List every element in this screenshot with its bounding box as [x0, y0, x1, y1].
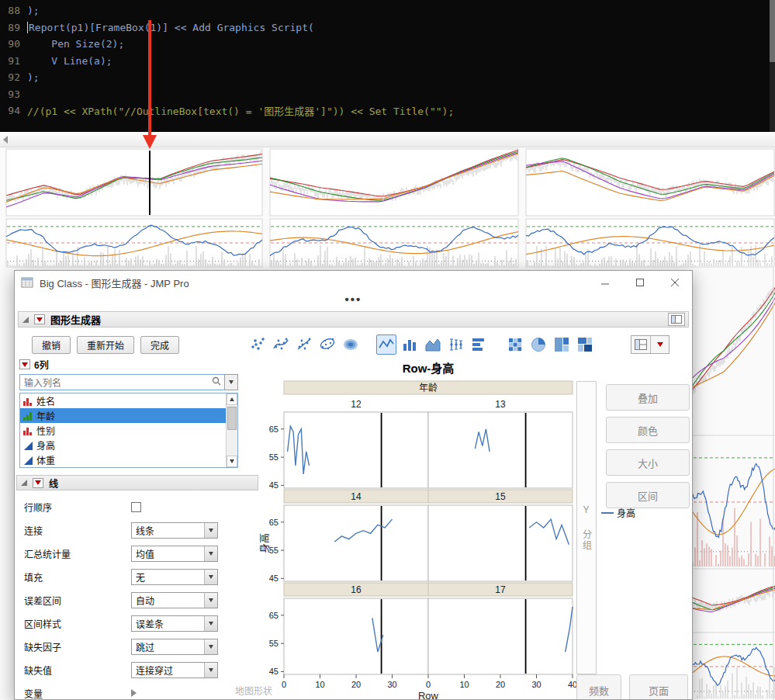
code-text[interactable]: //(p1 << XPath("//OutlineBox[text() = '图…: [27, 103, 454, 118]
property-label: 填充: [24, 570, 131, 584]
chart-type-area-icon[interactable]: [423, 334, 443, 355]
code-text[interactable]: Pen Size(2);: [27, 38, 124, 50]
chevron-down-icon[interactable]: [204, 523, 217, 538]
columns-red-triangle-menu-icon[interactable]: [19, 359, 30, 369]
property-select[interactable]: 跳过: [131, 639, 218, 655]
property-select[interactable]: 误差条: [131, 615, 218, 632]
code-line[interactable]: 94//(p1 << XPath("//OutlineBox[text() = …: [0, 102, 775, 120]
chart-type-treemap-icon[interactable]: [552, 334, 572, 355]
column-item[interactable]: 体重: [20, 452, 237, 467]
chart-type-heatmap-icon[interactable]: [505, 334, 525, 355]
chart-type-pie-icon[interactable]: [528, 334, 548, 355]
column-item[interactable]: 身高: [20, 438, 237, 452]
chart-type-mosaic-icon[interactable]: [575, 334, 595, 355]
code-line[interactable]: 88);: [0, 2, 775, 19]
red-triangle-menu-icon[interactable]: [34, 314, 45, 324]
list-scrollbar-thumb[interactable]: [227, 407, 237, 430]
chart-type-line-icon[interactable]: [376, 334, 396, 355]
chevron-down-icon[interactable]: [204, 639, 217, 654]
chart-type-bar-h-icon[interactable]: [469, 334, 490, 355]
list-scrollbar[interactable]: [226, 393, 237, 467]
chevron-down-icon[interactable]: [204, 663, 217, 677]
property-select[interactable]: 线条: [131, 522, 218, 539]
column-item[interactable]: 姓名: [20, 393, 237, 408]
code-line[interactable]: 92);: [0, 69, 775, 86]
search-options-dropdown[interactable]: [225, 374, 238, 390]
chart-type-contour-icon[interactable]: [341, 334, 361, 355]
chevron-down-icon[interactable]: [204, 616, 217, 631]
property-label: 区间样式: [24, 617, 131, 630]
code-line[interactable]: 91 V Line(a);: [0, 53, 775, 70]
chart-type-smoother-icon[interactable]: [271, 334, 291, 355]
property-row: 连接线条: [24, 518, 258, 542]
property-select[interactable]: 连接穿过: [131, 662, 218, 678]
svg-text:12: 12: [351, 399, 362, 410]
property-select[interactable]: 无: [131, 569, 218, 585]
window-titlebar[interactable]: Big Class - 图形生成器 - JMP Pro: [15, 271, 692, 294]
action-button[interactable]: 重新开始: [77, 336, 134, 354]
select-value: 线条: [132, 524, 204, 537]
drop-zone-button[interactable]: 叠加: [606, 384, 690, 411]
red-triangle-dropdown-icon[interactable]: [650, 336, 669, 353]
continuous-column-icon: [22, 440, 33, 451]
code-text[interactable]: );: [27, 5, 40, 16]
code-line[interactable]: 89Report(p1)[FrameBox(1)] << Add Graphic…: [0, 19, 775, 36]
svg-text:14: 14: [351, 491, 362, 502]
collapse-icon[interactable]: [22, 316, 29, 324]
editor-scrollbar[interactable]: [770, 0, 775, 132]
scrollbar-thumb[interactable]: [770, 0, 775, 62]
chart-type-bar-icon[interactable]: [400, 334, 420, 355]
chart-type-fit-line-icon[interactable]: [294, 334, 314, 355]
script-editor[interactable]: 88);89Report(p1)[FrameBox(1)] << Add Gra…: [0, 0, 775, 132]
graph-builder-chart[interactable]: 年龄12131415161765554565554565554501020300…: [260, 379, 578, 700]
scroll-left-icon[interactable]: [3, 136, 8, 144]
code-text[interactable]: Report(p1)[FrameBox(1)] << Add Graphics …: [29, 22, 314, 33]
splitter-grip[interactable]: •••: [15, 295, 692, 304]
code-text[interactable]: );: [27, 71, 40, 83]
code-line[interactable]: 93: [0, 86, 775, 103]
code-lines[interactable]: 88);89Report(p1)[FrameBox(1)] << Add Gra…: [0, 2, 775, 120]
column-search-input[interactable]: 输入列名: [19, 374, 225, 390]
svg-text:0: 0: [426, 680, 431, 689]
line-red-triangle-menu-icon[interactable]: [33, 478, 43, 488]
property-select[interactable]: 均值: [131, 546, 218, 562]
chart-type-scatter-icon[interactable]: [247, 334, 268, 355]
line-collapse-icon[interactable]: [20, 479, 28, 487]
chart-type-points-interval-icon[interactable]: [446, 334, 466, 355]
code-text[interactable]: V Line(a);: [27, 55, 112, 67]
chevron-down-icon[interactable]: [204, 570, 217, 584]
chart-title: Row-身高: [284, 359, 573, 376]
chart-type-ellipse-icon[interactable]: [317, 334, 337, 355]
window-layout-icon[interactable]: [631, 336, 650, 353]
property-row: 缺失因子跳过: [24, 635, 258, 658]
code-line[interactable]: 90 Pen Size(2);: [0, 36, 775, 53]
report-layout-icon[interactable]: [668, 313, 685, 326]
bottom-zone-button[interactable]: 频数: [576, 674, 621, 700]
bottom-zone-button[interactable]: 页面: [629, 674, 688, 700]
search-placeholder: 输入列名: [24, 376, 212, 389]
drop-zone-button[interactable]: 区间: [606, 482, 690, 508]
row-order-checkbox[interactable]: [131, 502, 141, 512]
column-item[interactable]: 性别: [20, 423, 237, 438]
variables-disclosure-icon[interactable]: [131, 689, 137, 697]
svg-text:20: 20: [351, 680, 361, 689]
y-group-drop-zone[interactable]: Y 分组: [576, 381, 597, 674]
minimize-button[interactable]: [587, 271, 622, 294]
layout-split-button[interactable]: [631, 335, 669, 354]
chevron-down-icon[interactable]: [204, 546, 217, 561]
property-label: 汇总统计量: [24, 547, 131, 560]
chevron-down-icon[interactable]: [204, 593, 217, 608]
action-buttons: 撤销重新开始完成: [32, 336, 185, 354]
columns-header: 6列: [19, 358, 49, 371]
scroll-up-icon[interactable]: [227, 393, 237, 405]
scroll-down-icon[interactable]: [227, 456, 237, 467]
close-button[interactable]: [657, 271, 692, 294]
drop-zone-button[interactable]: 颜色: [606, 417, 690, 443]
maximize-button[interactable]: [622, 271, 657, 294]
action-button[interactable]: 撤销: [32, 336, 71, 354]
text-caret: [27, 22, 28, 33]
property-select[interactable]: 自动: [131, 592, 218, 608]
action-button[interactable]: 完成: [140, 336, 179, 354]
drop-zone-button[interactable]: 大小: [606, 449, 690, 476]
column-item[interactable]: 年龄: [20, 408, 237, 423]
